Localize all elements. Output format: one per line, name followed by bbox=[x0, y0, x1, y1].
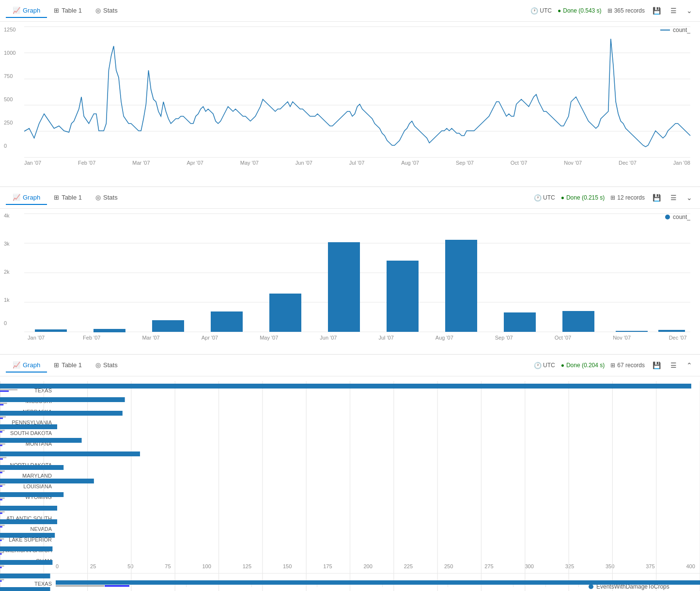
hbar-chart-content: TEXASMISSOURINEBRASKAPENNSYLVANIASOUTH D… bbox=[0, 574, 700, 591]
records-badge-1: ⊞ 365 records bbox=[607, 7, 645, 14]
x2-jun07: Jun '07 bbox=[320, 335, 337, 341]
y-label-0: 0 bbox=[4, 143, 7, 149]
status-done-2: Done (0.215 s) bbox=[561, 194, 605, 201]
y-label-1250: 1250 bbox=[4, 27, 16, 32]
y-label-250: 250 bbox=[4, 120, 13, 125]
x2-apr07: Apr '07 bbox=[202, 335, 218, 341]
expand-btn-2[interactable]: ⌄ bbox=[684, 193, 694, 202]
x-jan08: Jan '08 bbox=[673, 160, 690, 166]
x2-oct07: Oct '07 bbox=[555, 335, 572, 341]
hbar-rows: TEXASMISSOURINEBRASKAPENNSYLVANIASOUTH D… bbox=[2, 578, 579, 591]
svg-rect-14 bbox=[211, 311, 243, 332]
x2-may07: May '07 bbox=[260, 335, 278, 341]
y-label-2k: 2k bbox=[4, 269, 10, 275]
svg-rect-22 bbox=[658, 330, 685, 332]
x2-nov07: Nov '07 bbox=[613, 335, 631, 341]
gray-bar-0 bbox=[56, 585, 104, 587]
svg-rect-21 bbox=[616, 331, 648, 332]
svg-rect-13 bbox=[152, 320, 184, 332]
y-label-1000: 1000 bbox=[4, 50, 16, 56]
panel-1-header: 📈 Graph ⊞ Table 1 ◎ Stats 🕐 UTC Done (0.… bbox=[0, 0, 700, 22]
tab-graph-1[interactable]: 📈 Graph bbox=[6, 4, 47, 18]
legend-1: count_ bbox=[660, 27, 690, 33]
utc-badge-1: 🕐 UTC bbox=[530, 7, 552, 15]
table-icon-sm-3: ⊞ bbox=[610, 362, 615, 369]
chart-area-2: count_ 4k 3k 2k 1k 0 bbox=[0, 209, 700, 354]
tab-table-1[interactable]: ⊞ Table 1 bbox=[47, 4, 89, 18]
status-done-1: Done (0.543 s) bbox=[558, 7, 602, 14]
panel-3-header: 📈 Graph ⊞ Table 1 ◎ Stats 🕐 UTC Done (0.… bbox=[0, 355, 700, 376]
tab-stats-1[interactable]: ◎ Stats bbox=[89, 4, 124, 18]
hbar-main: TEXASMISSOURINEBRASKAPENNSYLVANIASOUTH D… bbox=[2, 578, 579, 591]
table-icon-sm-2: ⊞ bbox=[610, 194, 615, 201]
table-icon-2: ⊞ bbox=[54, 194, 59, 201]
records-badge-3: ⊞ 67 records bbox=[610, 362, 645, 369]
tab-table-2[interactable]: ⊞ Table 1 bbox=[47, 191, 89, 205]
legend-2: count_ bbox=[665, 214, 690, 220]
graph-icon-1: 📈 bbox=[13, 7, 20, 14]
x-oct07: Oct '07 bbox=[511, 160, 528, 166]
expand-btn-3[interactable]: ⌃ bbox=[684, 360, 694, 370]
x-dec07: Dec '07 bbox=[619, 160, 637, 166]
x-nov07: Nov '07 bbox=[564, 160, 582, 166]
settings-btn-1[interactable]: ☰ bbox=[669, 6, 679, 16]
bars-wrapper-0 bbox=[56, 580, 579, 587]
clock-icon-3: 🕐 bbox=[534, 362, 542, 369]
expand-btn-1[interactable]: ⌄ bbox=[684, 6, 694, 16]
main-bar-0 bbox=[56, 580, 700, 585]
panel3-real: TEXASMISSOURINEBRASKAPENNSYLVANIASOUTH D… bbox=[0, 573, 700, 591]
y-label-0-2: 0 bbox=[4, 320, 7, 326]
y-label-1k: 1k bbox=[4, 297, 10, 303]
header-right-2: 🕐 UTC Done (0.215 s) ⊞ 12 records 💾 ☰ ⌄ bbox=[534, 193, 694, 202]
download-btn-2[interactable]: 💾 bbox=[651, 193, 663, 202]
hbar-layout: TEXAS MISSOURI NEBRASKA PENNSYLVANIA SOU… bbox=[0, 383, 700, 566]
utc-badge-2: 🕐 UTC bbox=[534, 194, 555, 202]
svg-rect-15 bbox=[269, 294, 301, 332]
y-label-500: 500 bbox=[4, 96, 13, 102]
svg-rect-18 bbox=[445, 240, 477, 332]
graph-icon-3: 📈 bbox=[13, 361, 20, 369]
hbar-row-texas: TEXAS bbox=[2, 578, 579, 589]
y-label-3k: 3k bbox=[4, 241, 10, 247]
download-btn-3[interactable]: 💾 bbox=[651, 360, 663, 370]
x2-jul07: Jul '07 bbox=[378, 335, 393, 341]
panel-2-header: 📈 Graph ⊞ Table 1 ◎ Stats 🕐 UTC Done (0.… bbox=[0, 187, 700, 209]
records-badge-2: ⊞ 12 records bbox=[610, 194, 645, 201]
settings-btn-2[interactable]: ☰ bbox=[669, 193, 679, 202]
stats-icon-1: ◎ bbox=[95, 7, 101, 14]
table-icon-3: ⊞ bbox=[54, 361, 59, 369]
header-right-1: 🕐 UTC Done (0.543 s) ⊞ 365 records 💾 ☰ ⌄ bbox=[530, 6, 694, 16]
chart-area-1: count_ 1250 1000 750 500 250 0 Jan '07 F… bbox=[0, 22, 700, 187]
svg-rect-17 bbox=[387, 261, 419, 332]
hbar-chart-and-legend bbox=[56, 383, 700, 566]
x-jan07: Jan '07 bbox=[24, 160, 41, 166]
tab-graph-3[interactable]: 📈 Graph bbox=[6, 358, 47, 373]
tab-table-3[interactable]: ⊞ Table 1 bbox=[47, 358, 89, 373]
hbar-statename-0: TEXAS bbox=[2, 581, 56, 587]
y-label-4k: 4k bbox=[4, 213, 10, 218]
state-labels bbox=[0, 381, 46, 591]
tab-stats-2[interactable]: ◎ Stats bbox=[89, 191, 124, 205]
stats-icon-3: ◎ bbox=[95, 361, 101, 369]
x-may07: May '07 bbox=[240, 160, 259, 166]
x-feb07: Feb '07 bbox=[78, 160, 95, 166]
x-sep07: Sep '07 bbox=[456, 160, 474, 166]
legend-dot-2 bbox=[665, 215, 670, 219]
download-btn-1[interactable]: 💾 bbox=[651, 6, 663, 16]
panel-3: 📈 Graph ⊞ Table 1 ◎ Stats 🕐 UTC Done (0.… bbox=[0, 355, 700, 571]
x-axis-labels-1: Jan '07 Feb '07 Mar '07 Apr '07 May '07 … bbox=[24, 160, 690, 166]
x-axis-labels-2: Jan '07 Feb '07 Mar '07 Apr '07 May '07 … bbox=[24, 335, 690, 341]
x-mar07: Mar '07 bbox=[132, 160, 150, 166]
header-right-3: 🕐 UTC Done (0.204 s) ⊞ 67 records 💾 ☰ ⌃ bbox=[534, 360, 694, 370]
tab-stats-3[interactable]: ◎ Stats bbox=[89, 358, 124, 373]
tab-graph-2[interactable]: 📈 Graph bbox=[6, 191, 47, 205]
settings-btn-3[interactable]: ☰ bbox=[669, 360, 679, 370]
legend-label-count: count_ bbox=[673, 27, 690, 33]
x2-mar07: Mar '07 bbox=[142, 335, 159, 341]
clock-icon-2: 🕐 bbox=[534, 194, 542, 202]
y-label-750: 750 bbox=[4, 73, 13, 79]
legend-label-count-2: count_ bbox=[673, 214, 690, 220]
svg-rect-12 bbox=[93, 329, 125, 332]
panel-1: 📈 Graph ⊞ Table 1 ◎ Stats 🕐 UTC Done (0.… bbox=[0, 0, 700, 187]
legend-line-1 bbox=[660, 30, 670, 31]
